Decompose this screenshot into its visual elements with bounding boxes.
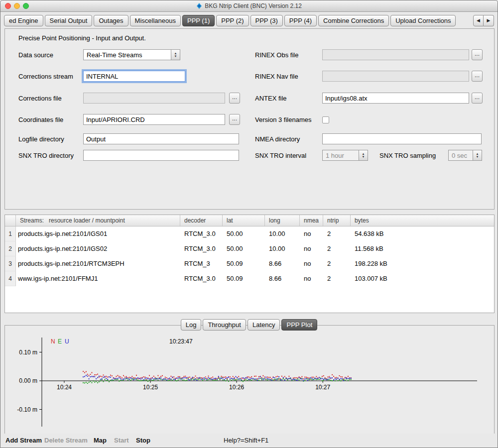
streams-table: Streams: resource loader / mountpoint de… — [4, 215, 495, 313]
long-cell: 8.66 — [265, 271, 300, 286]
ntrip-header: ntrip — [323, 215, 351, 226]
corrections-file-input[interactable] — [83, 93, 225, 104]
coordinates-file-input[interactable] — [83, 114, 225, 125]
lat-header: lat — [223, 215, 265, 226]
long-cell: 10.00 — [265, 241, 300, 256]
rinex-nav-file-input[interactable] — [322, 71, 469, 82]
data-source-select[interactable]: Real-Time Streams ▲▼ — [83, 49, 180, 60]
long-cell: 10.00 — [265, 226, 300, 241]
long-header: long — [265, 215, 300, 226]
snx-tro-sampling-label: SNX TRO sampling — [379, 152, 436, 159]
snx-tro-interval-label: SNX TRO interval — [255, 152, 306, 159]
tab-ppp-4[interactable]: PPP (4) — [284, 15, 317, 26]
tab-ppp-plot[interactable]: PPP Plot — [281, 319, 317, 331]
tab-serial-output[interactable]: Serial Output — [45, 15, 93, 26]
version3-filenames-label: Version 3 filenames — [255, 116, 311, 123]
antex-file-label: ANTEX file — [255, 95, 287, 102]
rinex-nav-file-browse-button[interactable]: ... — [472, 71, 483, 82]
snx-tro-sampling-spinner[interactable]: 0 sec ▲▼ — [448, 150, 482, 161]
antex-file-browse-button[interactable]: ... — [472, 93, 483, 104]
corrections-file-browse-button[interactable]: ... — [229, 93, 240, 104]
long-cell: 8.66 — [265, 256, 300, 271]
mountpoint-cell: www.igs-ip.net:2101/FFMJ1 — [16, 271, 180, 286]
tab-throughput[interactable]: Throughput — [203, 319, 246, 331]
window-title: BKG Ntrip Client (BNC) Version 2.12 — [205, 2, 302, 9]
mountpoint-cell: products.igs-ip.net:2101/IGS02 — [16, 241, 180, 256]
row-number: 2 — [5, 241, 16, 256]
streams-table-header: Streams: resource loader / mountpoint de… — [5, 215, 494, 226]
tab-scroll-right-icon[interactable]: ▶ — [484, 15, 494, 26]
combo-arrows-icon: ▲▼ — [171, 50, 180, 60]
bytes-cell: 54.638 kB — [351, 226, 494, 241]
tab-log[interactable]: Log — [181, 319, 202, 331]
delete-stream-button[interactable]: Delete Stream — [44, 437, 88, 444]
mountpoint-header: Streams: resource loader / mountpoint — [16, 215, 180, 226]
combo-arrows-icon: ▲▼ — [359, 150, 368, 160]
logfile-directory-input[interactable] — [83, 133, 239, 144]
bottom-button-bar: Add Stream Delete Stream Map Start Stop … — [0, 434, 498, 448]
svg-text:N: N — [51, 338, 55, 345]
decoder-cell: RTCM_3.0 — [180, 271, 223, 286]
decoder-cell: RTCM_3.0 — [180, 226, 223, 241]
svg-text:0.00 m: 0.00 m — [19, 377, 37, 384]
tab-scroll-left-icon[interactable]: ◀ — [473, 15, 484, 26]
main-tab-bar: ed Engine Serial Output Outages Miscella… — [4, 15, 494, 27]
rinex-obs-file-browse-button[interactable]: ... — [472, 49, 483, 60]
nmea-cell: no — [300, 256, 323, 271]
table-row[interactable]: 4 www.igs-ip.net:2101/FFMJ1 RTCM_3.0 50.… — [5, 271, 494, 286]
title-bar: BKG Ntrip Client (BNC) Version 2.12 — [0, 0, 498, 12]
tab-ppp-2[interactable]: PPP (2) — [216, 15, 249, 26]
ntrip-cell: 2 — [323, 271, 351, 286]
bytes-header: bytes — [351, 215, 494, 226]
table-row[interactable]: 2 products.igs-ip.net:2101/IGS02 RTCM_3.… — [5, 241, 494, 256]
table-row[interactable]: 3 products.igs-ip.net:2101/RTCM3EPH RTCM… — [5, 256, 494, 271]
decoder-cell: RTCM_3.0 — [180, 241, 223, 256]
tab-outages[interactable]: Outages — [94, 15, 128, 26]
antex-file-input[interactable] — [322, 93, 469, 104]
snx-tro-interval-select[interactable]: 1 hour ▲▼ — [322, 150, 368, 161]
coordinates-file-browse-button[interactable]: ... — [229, 114, 240, 125]
mountpoint-cell: products.igs-ip.net:2101/RTCM3EPH — [16, 256, 180, 271]
nmea-directory-input[interactable] — [322, 133, 482, 144]
snx-tro-directory-label: SNX TRO directory — [18, 152, 74, 159]
version3-filenames-checkbox[interactable] — [322, 116, 329, 123]
tab-combine-corrections[interactable]: Combine Corrections — [318, 15, 389, 26]
ntrip-cell: 2 — [323, 226, 351, 241]
svg-text:10:25: 10:25 — [143, 384, 158, 391]
bytes-cell: 11.568 kB — [351, 241, 494, 256]
row-number: 3 — [5, 256, 16, 271]
mountpoint-cell: products.igs-ip.net:2101/IGS01 — [16, 226, 180, 241]
svg-text:10:24: 10:24 — [57, 384, 72, 391]
coordinates-file-label: Coordinates file — [18, 116, 63, 123]
nmea-cell: no — [300, 271, 323, 286]
svg-text:-0.10 m: -0.10 m — [17, 406, 37, 413]
table-row[interactable]: 1 products.igs-ip.net:2101/IGS01 RTCM_3.… — [5, 226, 494, 241]
tab-upload-corrections[interactable]: Upload Corrections — [390, 15, 456, 26]
map-button[interactable]: Map — [94, 437, 107, 444]
ppp-plot-panel: NEU10:23:470.10 m0.00 m-0.10 m10:2410:25… — [4, 325, 495, 435]
spinner-arrows-icon: ▲▼ — [473, 150, 482, 160]
corrections-stream-input[interactable] — [83, 71, 185, 82]
lat-cell: 50.00 — [223, 226, 265, 241]
nmea-header: nmea — [300, 215, 323, 226]
tab-ppp-3[interactable]: PPP (3) — [250, 15, 283, 26]
start-button[interactable]: Start — [114, 437, 129, 444]
svg-text:10:26: 10:26 — [229, 384, 244, 391]
rinex-obs-file-input[interactable] — [322, 49, 469, 60]
bytes-cell: 103.007 kB — [351, 271, 494, 286]
tab-feed-engine[interactable]: ed Engine — [4, 15, 43, 26]
view-tab-bar: Log Throughput Latency PPP Plot — [0, 319, 498, 331]
add-stream-button[interactable]: Add Stream — [5, 437, 42, 444]
tab-miscellaneous[interactable]: Miscellaneous — [130, 15, 181, 26]
svg-text:U: U — [65, 338, 69, 345]
row-number: 4 — [5, 271, 16, 286]
tab-latency[interactable]: Latency — [248, 319, 280, 331]
snx-tro-directory-input[interactable] — [83, 150, 239, 161]
decoder-cell: RTCM_3 — [180, 256, 223, 271]
rinex-nav-file-label: RINEX Nav file — [255, 73, 298, 80]
tab-ppp-1[interactable]: PPP (1) — [182, 15, 215, 26]
ppp-settings-panel: Precise Point Positioning - Input and Ou… — [4, 28, 495, 210]
decoder-header: decoder — [180, 215, 223, 226]
stop-button[interactable]: Stop — [136, 437, 150, 444]
nmea-cell: no — [300, 241, 323, 256]
